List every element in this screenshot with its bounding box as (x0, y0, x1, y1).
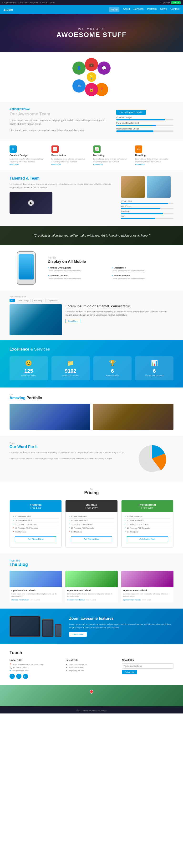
filter-branding[interactable]: Branding (32, 299, 43, 302)
read-more-3[interactable]: Read More (94, 163, 132, 165)
blog-grid: Opencart Front Tailwalk Lorem ipsum dolo… (9, 571, 174, 603)
services-wheel-section: 💼 💬 📍 🔒 ✉ 👤 💡 (0, 52, 183, 102)
email-text: info@example.com (12, 670, 29, 672)
blog-post-desc-1: Lorem ipsum dolor sit amet consectetur a… (11, 593, 60, 598)
read-more-1[interactable]: Read More (9, 163, 48, 165)
touch-link-3[interactable]: ► Adipiscing elit sed (66, 670, 117, 672)
nav-home[interactable]: Home (109, 7, 119, 12)
read-more-4[interactable]: Read More (135, 163, 174, 165)
nav-portfolio[interactable]: Portfolio (147, 7, 156, 12)
team-desc: Lorem ipsum dolor sit amet consectetur a… (9, 182, 115, 189)
zoom-devices (9, 616, 62, 637)
mobile-feature-1: ✓Online Live Support Lorem ipsum dolor s… (48, 267, 109, 272)
map-bg (0, 685, 183, 706)
testimonials-extra: Lorem ipsum dolor sit amet consectetur a… (9, 457, 128, 460)
pricing-btn-free[interactable]: Get Started Now (15, 536, 56, 542)
blog-author-2: Opencart Front Tailwalk (67, 599, 84, 601)
team-photos (121, 176, 174, 198)
portfolio-preview-btn[interactable]: Read More (66, 319, 80, 323)
professional-title-main: Our Awesome (9, 112, 38, 116)
team-skill-label-1: HTML / CSS (121, 200, 174, 202)
pricing-btn-ultimate[interactable]: Get Started Now (71, 536, 112, 542)
feature-title-3: Marketing (94, 154, 132, 157)
touch-link-2[interactable]: ► Amet consectetur (66, 666, 117, 669)
zoom-learn-more-btn[interactable]: Learn More (69, 632, 87, 637)
portfolio-preview-title: Lorem ipsum dolor sit amet, consectetur. (66, 304, 174, 308)
facebook-icon[interactable]: f (9, 674, 15, 679)
social-icons: f t g+ (9, 674, 61, 679)
feature-desc-1: Lorem ipsum dolor sit amet consectetur a… (9, 158, 48, 163)
portfolio-preview-text: Lorem ipsum dolor sit amet, consectetur.… (66, 304, 174, 323)
pricing-tag: Our (9, 488, 174, 490)
googleplus-icon[interactable]: g+ (23, 674, 28, 679)
pricing-btn-professional[interactable]: Get Started Now (127, 536, 168, 542)
mobile-content: Perfect Display on All Mobile ✓Online Li… (48, 256, 174, 280)
hero-text: WE CREATE AWOESOME STUFF (57, 27, 126, 39)
lock-icon: 🔒 (89, 87, 94, 92)
portfolio-section: Our Amazing Portfolio (0, 388, 183, 436)
nav-services[interactable]: Services (134, 7, 143, 12)
stat-1: 😊 125 Happy Clients (9, 356, 48, 380)
wheel-seg-2: 💬 (98, 62, 111, 75)
background-details-btn[interactable]: Our Background Details (116, 110, 146, 115)
user-icon: 👤 (77, 66, 81, 70)
play-button[interactable]: ▶ (28, 200, 34, 206)
blog-title: The Blog (9, 562, 174, 567)
arrow-icon-3: ► (66, 670, 68, 672)
phone-icon: 📞 (9, 666, 12, 669)
blog-post-title-3: Opencart Front Tailwalk (123, 589, 172, 592)
touch-col-1: Under Title 📍 1234 Street Name, City, St… (9, 659, 61, 679)
feature-icon-3: 📈 (94, 146, 101, 153)
testimonials-subtitle: For It (28, 445, 38, 449)
professional-left: # Professional Our Awesome Team Lorem ip… (9, 108, 109, 135)
blog-post-title-1: Opencart Front Tailwalk (11, 589, 60, 592)
professional-tag: # Professional (9, 108, 109, 111)
hire-us-btn[interactable]: Hire Us (171, 1, 181, 4)
progress-fill-3 (116, 130, 153, 132)
stat-label-2: Projects Done (55, 375, 86, 377)
check-free-3: ✓ (13, 523, 14, 525)
site-logo[interactable]: Ztudio (4, 8, 13, 11)
filter-web[interactable]: Web Design (17, 299, 31, 302)
wheel-seg-6: 👤 (72, 62, 85, 75)
portfolio-item-1[interactable] (9, 404, 90, 430)
filter-all[interactable]: All (9, 299, 15, 302)
arrow-icon-1: ► (66, 663, 68, 665)
filter-graphic[interactable]: Graphic Arts (45, 299, 59, 302)
nav-news[interactable]: News (160, 7, 167, 12)
blog-card-1: Opencart Front Tailwalk Lorem ipsum dolo… (9, 571, 62, 603)
wheel-seg-1: 💼 (85, 58, 98, 71)
blog-content-3: Opencart Front Tailwalk Lorem ipsum dolo… (121, 587, 174, 603)
read-more-2[interactable]: Read More (51, 163, 90, 165)
services-wheel: 💼 💬 📍 🔒 ✉ 👤 💡 (72, 58, 111, 96)
team-left: Talented & Team Lorem ipsum dolor sit am… (9, 176, 115, 220)
newsletter-subscribe-btn[interactable]: Subscribe (122, 670, 137, 674)
newsletter-input[interactable] (122, 663, 174, 669)
feature-title-1: Creative Design (9, 154, 48, 157)
nav-about[interactable]: About (123, 7, 130, 12)
skill-bar-1: Creative Design (116, 116, 174, 120)
hero-section: WE CREATE AWOESOME STUFF (0, 14, 183, 52)
twitter-icon[interactable]: t (16, 674, 22, 679)
mobile-subtitle: Perfect (48, 256, 174, 259)
team-skill-3: JavaScript (121, 210, 174, 214)
video-thumbnail[interactable]: ▶ (9, 192, 52, 214)
touch-title: Touch (9, 650, 174, 655)
check-pro-1: ✓ (124, 516, 126, 518)
portfolio-preview-image (9, 304, 62, 335)
excellence-title-part: & Services (30, 347, 50, 351)
check-pro-3: ✓ (124, 523, 126, 525)
touch-link-1[interactable]: ► Lorem ipsum dolor sit (66, 663, 117, 665)
pf-ult-3: ✓5 Freeblag PSD Template (68, 523, 114, 526)
touch-email: ✉ info@example.com (9, 670, 61, 672)
touch-col-title-3: Newsletter (122, 659, 174, 661)
address-text: 1234 Street Name, City, State 12345 (13, 663, 44, 665)
copyright-bar: © 2015 Ztudio. All Rights Reserved. (0, 706, 183, 713)
portfolio-item-2[interactable] (93, 404, 174, 430)
feature-title-2: Presentation (51, 154, 90, 157)
nav-contact[interactable]: Contact (170, 7, 179, 12)
touch-section: Touch Under Title 📍 1234 Street Name, Ci… (0, 644, 183, 685)
blog-img-1 (9, 571, 62, 587)
zoom-desc: Lorem ipsum dolor sit amet consectetur a… (69, 623, 174, 629)
photo-placeholder-2 (147, 176, 171, 198)
